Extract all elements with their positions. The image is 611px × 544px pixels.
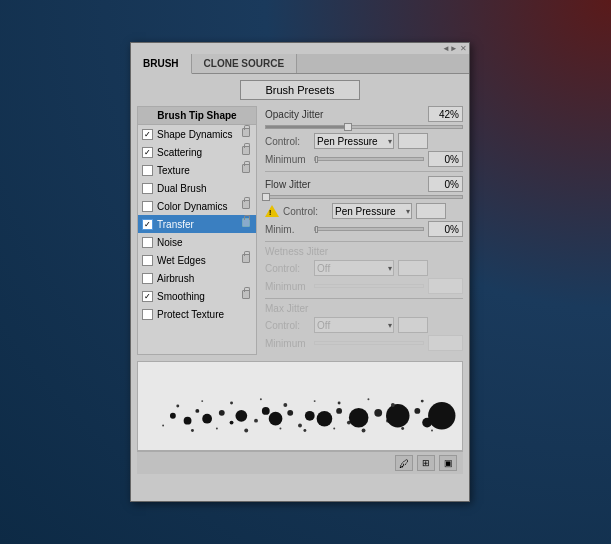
wetness-control-select[interactable]: Off: [314, 260, 394, 276]
eyedropper-icon[interactable]: 🖊: [395, 455, 413, 471]
tab-clone-source[interactable]: CLONE SOURCE: [192, 54, 298, 73]
svg-point-0: [170, 413, 176, 419]
flow-min-slider[interactable]: [314, 227, 424, 231]
svg-point-33: [162, 425, 164, 427]
svg-point-37: [279, 428, 281, 430]
flow-warning-icon: [265, 204, 279, 218]
svg-point-38: [303, 429, 306, 432]
svg-point-39: [333, 428, 335, 430]
label-wet-edges: Wet Edges: [157, 255, 240, 266]
list-item-noise[interactable]: Noise: [138, 233, 256, 251]
label-shape-dynamics: Shape Dynamics: [157, 129, 240, 140]
list-item-texture[interactable]: Texture: [138, 161, 256, 179]
opacity-min-row: Minimum 0%: [265, 151, 463, 167]
tab-bar: BRUSH CLONE SOURCE: [131, 54, 469, 74]
flow-min-row: Minim. 0%: [265, 221, 463, 237]
label-protect-texture: Protect Texture: [157, 309, 252, 320]
opacity-jitter-slider-container: [265, 125, 463, 129]
svg-point-14: [336, 408, 342, 414]
tab-brush[interactable]: BRUSH: [131, 54, 192, 74]
label-texture: Texture: [157, 165, 240, 176]
checkbox-dual-brush[interactable]: [142, 183, 153, 194]
bottom-bar: 🖊 ⊞ ▣: [137, 451, 463, 474]
svg-point-9: [269, 412, 283, 426]
mix-input: [398, 317, 428, 333]
flow-jitter-slider[interactable]: [265, 195, 463, 199]
grid-icon[interactable]: ⊞: [417, 455, 435, 471]
expand-icon[interactable]: ◄► ✕: [442, 44, 467, 53]
checkbox-transfer[interactable]: [142, 219, 153, 230]
opacity-control-select[interactable]: Pen Pressure Off Fade Pen Tilt: [314, 133, 394, 149]
opacity-control-input[interactable]: [398, 133, 428, 149]
svg-point-32: [421, 400, 424, 403]
checkbox-protect-texture[interactable]: [142, 309, 153, 320]
list-item-wet-edges[interactable]: Wet Edges: [138, 251, 256, 269]
mix-control-label: Control:: [265, 320, 310, 331]
flow-jitter-slider-container: [265, 195, 463, 199]
opacity-min-value[interactable]: 0%: [428, 151, 463, 167]
wetness-control-row: Control: Off: [265, 260, 463, 276]
wetness-min-value: [428, 278, 463, 294]
lock-scattering: [242, 146, 252, 158]
svg-point-35: [216, 428, 218, 430]
mix-control-select[interactable]: Off: [314, 317, 394, 333]
main-area: Brush Tip Shape Shape Dynamics Scatterin…: [137, 106, 463, 355]
checkbox-airbrush[interactable]: [142, 273, 153, 284]
list-item-dual-brush[interactable]: Dual Brush: [138, 179, 256, 197]
lock-transfer: [242, 218, 252, 230]
wetness-input: [398, 260, 428, 276]
lock-texture: [242, 164, 252, 176]
checkbox-noise[interactable]: [142, 237, 153, 248]
flow-jitter-control-row: Control: Pen Pressure Off Fade Pen Tilt: [265, 203, 463, 219]
list-item-shape-dynamics[interactable]: Shape Dynamics: [138, 125, 256, 143]
wetness-select-wrapper: Off: [314, 260, 394, 276]
list-item-transfer[interactable]: Transfer: [138, 215, 256, 233]
lock-shape-dynamics: [242, 128, 252, 140]
svg-point-28: [314, 400, 316, 402]
mix-select-wrapper: Off: [314, 317, 394, 333]
checkbox-smoothing[interactable]: [142, 291, 153, 302]
checkbox-texture[interactable]: [142, 165, 153, 176]
wetness-jitter-header: Wetness Jitter: [265, 246, 463, 257]
wetness-min-slider: [314, 284, 424, 288]
label-airbrush: Airbrush: [157, 273, 252, 284]
panel-expand-icon[interactable]: ▣: [439, 455, 457, 471]
svg-point-41: [401, 427, 404, 430]
flow-control-select[interactable]: Pen Pressure Off Fade Pen Tilt: [332, 203, 412, 219]
brush-presets-button[interactable]: Brush Presets: [240, 80, 360, 100]
lock-wet-edges: [242, 254, 252, 266]
flow-control-label: Control:: [283, 206, 328, 217]
checkbox-shape-dynamics[interactable]: [142, 129, 153, 140]
svg-point-40: [362, 428, 366, 432]
lock-smoothing: [242, 290, 252, 302]
svg-point-7: [254, 419, 258, 423]
svg-point-2: [195, 409, 199, 413]
flow-min-value[interactable]: 0%: [428, 221, 463, 237]
svg-point-24: [201, 400, 203, 402]
checkbox-scattering[interactable]: [142, 147, 153, 158]
svg-point-8: [262, 407, 270, 415]
flow-jitter-value[interactable]: 0%: [428, 176, 463, 192]
flow-control-input[interactable]: [416, 203, 446, 219]
mix-min-row: Minimum: [265, 335, 463, 351]
opacity-jitter-slider[interactable]: [265, 125, 463, 129]
list-item-scattering[interactable]: Scattering: [138, 143, 256, 161]
svg-point-31: [391, 403, 395, 407]
svg-point-42: [431, 429, 433, 431]
opacity-min-slider[interactable]: [314, 157, 424, 161]
wetness-jitter-label: Wetness Jitter: [265, 246, 328, 257]
checkbox-wet-edges[interactable]: [142, 255, 153, 266]
label-transfer: Transfer: [157, 219, 240, 230]
list-item-airbrush[interactable]: Airbrush: [138, 269, 256, 287]
svg-point-13: [317, 411, 333, 427]
svg-point-16: [349, 408, 369, 428]
svg-point-30: [367, 398, 369, 400]
svg-point-12: [305, 411, 315, 421]
list-item-protect-texture[interactable]: Protect Texture: [138, 305, 256, 323]
flow-jitter-label: Flow Jitter: [265, 179, 311, 190]
wetness-jitter-section: Wetness Jitter Control: Off Minimum: [265, 246, 463, 294]
list-item-smoothing[interactable]: Smoothing: [138, 287, 256, 305]
list-item-color-dynamics[interactable]: Color Dynamics: [138, 197, 256, 215]
opacity-jitter-value[interactable]: 42%: [428, 106, 463, 122]
checkbox-color-dynamics[interactable]: [142, 201, 153, 212]
